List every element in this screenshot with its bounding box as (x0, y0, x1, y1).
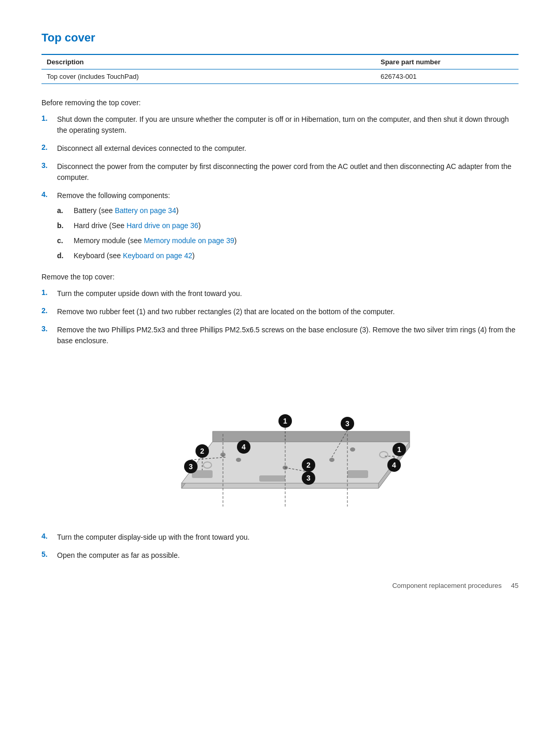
sub-label-a: a. (57, 205, 74, 216)
step-number: 5. (41, 550, 57, 558)
step-number: 1. (41, 114, 57, 122)
table-header-description: Description (41, 54, 375, 69)
sub-label-c: c. (57, 235, 74, 246)
svg-point-11 (350, 447, 355, 452)
svg-point-8 (236, 458, 241, 462)
table-cell-part-number: 626743-001 (375, 69, 519, 84)
hard-drive-link[interactable]: Hard drive on page 36 (127, 221, 199, 230)
step-number: 3. (41, 161, 57, 170)
list-item: 4. Turn the computer display-side up wit… (41, 532, 519, 543)
sub-list-item: c. Memory module (see Memory module on p… (57, 235, 519, 246)
svg-marker-3 (181, 442, 410, 483)
svg-text:2: 2 (200, 447, 204, 455)
step-number: 4. (41, 190, 57, 199)
list-item: 3. Disconnect the power from the compute… (41, 161, 519, 183)
step-number: 3. (41, 325, 57, 333)
step-text: Turn the computer display-side up with t… (57, 532, 519, 543)
before-removing-intro: Before removing the top cover: (41, 99, 519, 107)
step-text: Disconnect the power from the computer b… (57, 161, 519, 183)
sub-label-b: b. (57, 220, 74, 231)
step-text: Remove the following components: a. Batt… (57, 190, 519, 265)
sub-list-item: b. Hard drive (See Hard drive on page 36… (57, 220, 519, 231)
sub-text-b: Hard drive (See Hard drive on page 36) (74, 220, 519, 231)
svg-text:4: 4 (242, 443, 246, 451)
svg-text:3: 3 (345, 419, 349, 428)
sub-text-c: Memory module (see Memory module on page… (74, 235, 519, 246)
svg-rect-6 (347, 470, 368, 478)
remove-cover-list: 1. Turn the computer upside down with th… (41, 288, 519, 346)
list-item: 4. Remove the following components: a. B… (41, 190, 519, 265)
step-text: Disconnect all external devices connecte… (57, 143, 519, 154)
step-number: 4. (41, 532, 57, 540)
list-item: 1. Turn the computer upside down with th… (41, 288, 519, 299)
step-number: 2. (41, 306, 57, 315)
table-header-part-number: Spare part number (375, 54, 519, 69)
svg-rect-7 (259, 475, 285, 482)
table-cell-description: Top cover (includes TouchPad) (41, 69, 375, 84)
page-title: Top cover (41, 31, 519, 45)
diagram-container: 1 2 3 4 3 1 2 (41, 359, 519, 519)
parts-table: Description Spare part number Top cover … (41, 54, 519, 84)
list-item: 2. Disconnect all external devices conne… (41, 143, 519, 154)
memory-module-link[interactable]: Memory module on page 39 (144, 236, 234, 245)
battery-link[interactable]: Battery on page 34 (115, 206, 176, 215)
svg-text:1: 1 (283, 417, 287, 425)
keyboard-link[interactable]: Keyboard on page 42 (123, 251, 192, 260)
footer-page-number: 45 (511, 582, 519, 589)
sub-list-item: d. Keyboard (see Keyboard on page 42) (57, 250, 519, 261)
step-text: Turn the computer upside down with the f… (57, 288, 519, 299)
step-text: Shut down the computer. If you are unsur… (57, 114, 519, 136)
table-row: Top cover (includes TouchPad)626743-001 (41, 69, 519, 84)
before-removing-list: 1. Shut down the computer. If you are un… (41, 114, 519, 265)
laptop-diagram: 1 2 3 4 3 1 2 (135, 359, 425, 519)
svg-text:1: 1 (397, 445, 401, 454)
list-item: 5. Open the computer as far as possible. (41, 550, 519, 561)
remove-cover-list-cont: 4. Turn the computer display-side up wit… (41, 532, 519, 561)
svg-text:3: 3 (189, 462, 193, 471)
svg-marker-4 (213, 431, 410, 442)
sub-list-item: a. Battery (see Battery on page 34) (57, 205, 519, 216)
step-text: Remove two rubber feet (1) and two rubbe… (57, 306, 519, 317)
list-item: 1. Shut down the computer. If you are un… (41, 114, 519, 136)
step-number: 2. (41, 143, 57, 151)
svg-text:2: 2 (306, 461, 311, 469)
sub-text-a: Battery (see Battery on page 34) (74, 205, 519, 216)
step-text: Remove the two Phillips PM2.5x3 and thre… (57, 325, 519, 346)
sub-text-d: Keyboard (see Keyboard on page 42) (74, 250, 519, 261)
list-item: 2. Remove two rubber feet (1) and two ru… (41, 306, 519, 317)
sub-components-list: a. Battery (see Battery on page 34) b. H… (57, 205, 519, 261)
svg-text:3: 3 (306, 474, 311, 482)
sub-label-d: d. (57, 250, 74, 261)
remove-cover-intro: Remove the top cover: (41, 273, 519, 281)
step-number: 1. (41, 288, 57, 297)
footer-text: Component replacement procedures (392, 582, 501, 589)
svg-text:4: 4 (392, 461, 396, 469)
list-item: 3. Remove the two Phillips PM2.5x3 and t… (41, 325, 519, 346)
footer: Component replacement procedures 45 (41, 582, 519, 589)
svg-point-9 (329, 458, 334, 462)
step-text: Open the computer as far as possible. (57, 550, 519, 561)
